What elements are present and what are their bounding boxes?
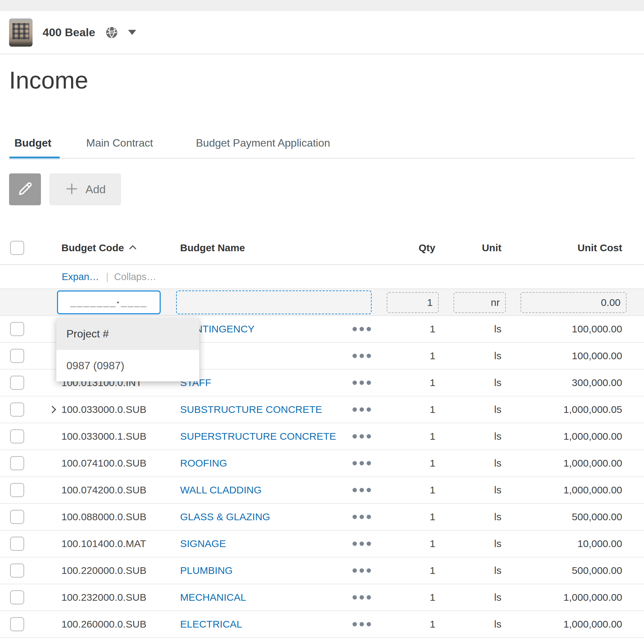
budget-name-link[interactable]: MECHANICAL (180, 592, 246, 603)
row-menu-button[interactable] (349, 461, 374, 466)
select-all-checkbox[interactable] (10, 241, 24, 255)
row-menu-button[interactable] (349, 381, 374, 385)
qty-cell: 1 (386, 565, 435, 576)
unit-cell: ls (453, 538, 501, 549)
budget-name-link[interactable]: SUBSTRUCTURE CONCRETE (180, 404, 322, 415)
dot-icon (360, 434, 364, 439)
unit-cost-cell: 100,000.00 (537, 323, 622, 335)
column-unit-cost[interactable]: Unit Cost (537, 242, 622, 254)
row-menu-button[interactable] (349, 595, 374, 600)
unit-input[interactable]: nr (453, 292, 506, 313)
table-row: 100.232000.0.SUB MECHANICAL 1 ls 1,000,0… (0, 584, 644, 611)
tab-bar: Budget Main Contract Budget Payment Appl… (0, 134, 644, 161)
row-checkbox[interactable] (10, 564, 24, 578)
dot-icon (360, 488, 364, 492)
budget-name-link[interactable]: WALL CLADDING (180, 484, 262, 496)
app-header: 400 Beale (0, 11, 644, 54)
page-title: Income (9, 66, 88, 94)
tab-divider (9, 158, 635, 159)
budget-code-dropdown: Project # 0987 (0987) (56, 318, 199, 381)
budget-name-input[interactable] (176, 290, 372, 314)
dot-icon (360, 542, 364, 546)
dot-icon (360, 408, 364, 412)
row-menu-button[interactable] (349, 515, 374, 519)
row-menu-button[interactable] (349, 622, 374, 627)
budget-name-link[interactable]: SIGNAGE (180, 538, 226, 549)
unit-cost-input[interactable]: 0.00 (521, 292, 627, 313)
column-unit[interactable]: Unit (453, 242, 501, 254)
budget-code-cell: 100.074200.0.SUB (61, 484, 147, 496)
row-checkbox[interactable] (10, 429, 24, 443)
budget-name-link[interactable]: PLUMBING (180, 565, 233, 576)
dot-icon (353, 622, 357, 627)
unit-cost-cell: 1,000,000.00 (537, 431, 622, 442)
budget-name-link[interactable]: SUPERSTRUCTURE CONCRETE (180, 431, 336, 442)
dot-icon (367, 542, 371, 546)
row-checkbox[interactable] (10, 510, 24, 524)
unit-cost-cell: 1,000,000.00 (537, 484, 622, 496)
row-checkbox[interactable] (10, 402, 24, 417)
table-row: 100.101400.0.MAT SIGNAGE 1 ls 10,000.00 (0, 531, 644, 557)
row-checkbox[interactable] (10, 483, 24, 497)
unit-cell: ls (453, 619, 501, 630)
row-checkbox[interactable] (10, 456, 24, 470)
dot-icon (367, 434, 371, 439)
budget-code-cell: 100.088000.0.SUB (61, 511, 147, 523)
project-thumbnail[interactable] (9, 18, 33, 47)
project-name: 400 Beale (43, 26, 95, 39)
qty-input[interactable]: 1 (387, 292, 439, 313)
unit-cost-cell: 500,000.00 (537, 511, 622, 523)
row-menu-button[interactable] (349, 354, 374, 358)
tab-budget[interactable]: Budget (14, 137, 51, 149)
column-budget-code[interactable]: Budget Code (61, 242, 134, 254)
budget-name-link[interactable]: GLASS & GLAZING (180, 511, 270, 523)
row-checkbox[interactable] (10, 322, 24, 336)
unit-cost-cell: 1,000,000.00 (537, 458, 622, 469)
add-button[interactable]: Add (49, 173, 121, 205)
row-checkbox[interactable] (10, 537, 24, 551)
row-checkbox[interactable] (10, 617, 24, 631)
expand-all-link[interactable]: Expan… (62, 271, 99, 282)
qty-cell: 1 (386, 484, 435, 496)
budget-code-cell: 100.033000.0.SUB (61, 404, 147, 415)
dot-icon (360, 327, 364, 331)
dot-icon (353, 542, 357, 546)
project-switcher-caret-icon[interactable] (128, 30, 136, 35)
row-menu-button[interactable] (349, 542, 374, 546)
row-checkbox[interactable] (10, 590, 24, 604)
row-menu-button[interactable] (349, 569, 374, 573)
tab-budget-payment-application[interactable]: Budget Payment Application (196, 137, 330, 149)
column-qty[interactable]: Qty (386, 242, 435, 254)
tab-main-contract[interactable]: Main Contract (86, 137, 153, 149)
row-menu-button[interactable] (349, 408, 374, 412)
budget-code-input[interactable]: _______·____ (57, 290, 161, 314)
qty-cell: 1 (386, 592, 435, 603)
qty-cell: 1 (386, 431, 435, 442)
row-menu-button[interactable] (349, 327, 374, 331)
collapse-all-link[interactable]: Collaps… (114, 271, 156, 282)
unit-cell: ls (453, 458, 501, 469)
budget-name-link[interactable]: ELECTRICAL (180, 619, 242, 630)
budget-code-cell: 100.260000.0.SUB (61, 619, 147, 630)
column-budget-name[interactable]: Budget Name (180, 242, 245, 254)
table-header-row: Budget Code Budget Name Qty Unit Unit Co… (0, 231, 644, 265)
unit-cell: ls (453, 565, 501, 576)
new-budget-row: _______·____ 1 nr 0.00 (0, 289, 644, 316)
row-menu-button[interactable] (349, 434, 374, 439)
dot-icon (353, 569, 357, 573)
budget-name-link[interactable]: ROOFING (180, 458, 227, 469)
qty-cell: 1 (386, 458, 435, 469)
row-checkbox[interactable] (10, 349, 24, 363)
unit-cost-cell: 1,000,000.00 (537, 592, 622, 603)
dot-icon (367, 354, 371, 358)
top-strip (0, 0, 644, 11)
edit-button[interactable] (9, 173, 41, 205)
dot-icon (353, 381, 357, 385)
unit-cell: ls (453, 592, 501, 603)
budget-code-cell: 100.101400.0.MAT (61, 538, 146, 549)
row-menu-button[interactable] (349, 488, 374, 492)
dot-icon (367, 381, 371, 385)
expand-row-chevron-icon[interactable] (49, 406, 56, 414)
row-checkbox[interactable] (10, 376, 24, 390)
dropdown-option[interactable]: 0987 (0987) (56, 350, 199, 381)
